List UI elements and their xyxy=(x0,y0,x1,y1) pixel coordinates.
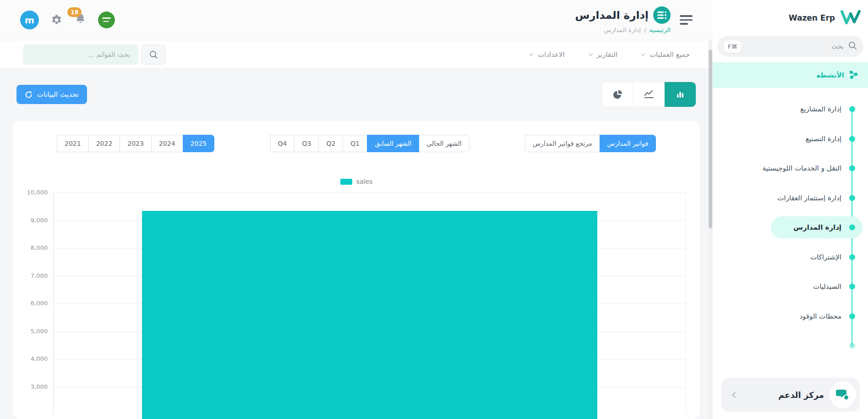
sidebar-nav-item-label: إدارة إستثمار العقارات xyxy=(777,194,841,202)
period-tab[interactable]: Q3 xyxy=(294,135,319,152)
sidebar-nav-item[interactable]: إدارة إستثمار العقارات xyxy=(713,183,868,213)
breadcrumb-current: إدارة المدارس xyxy=(604,26,641,33)
breadcrumb-separator: / xyxy=(644,26,646,33)
menu-dropdown[interactable]: الاعدادات xyxy=(530,50,565,59)
chevron-down-icon xyxy=(529,51,534,56)
sidebar-nav-item[interactable]: الإشتراكات xyxy=(713,243,868,272)
year-tab[interactable]: 2021 xyxy=(57,135,89,152)
menu-dropdown-label: التقارير xyxy=(597,50,617,59)
brand-name: Wazen Erp xyxy=(789,13,835,22)
period-tab[interactable]: الشهر الحالي xyxy=(419,135,469,152)
chart-plot-area xyxy=(53,193,686,414)
sidebar-nav-item[interactable] xyxy=(713,331,868,361)
pie-chart-toggle-button[interactable] xyxy=(602,82,633,107)
chart-legend: sales xyxy=(13,178,700,185)
brand-row: Wazen Erp xyxy=(713,0,868,36)
y-axis-tick: 6,000 xyxy=(27,303,53,331)
timeline-dot-icon xyxy=(849,313,855,319)
sidebar: Wazen Erp F⌘ الأنشطه xyxy=(713,0,868,419)
invoice-type-tab[interactable]: فواتير المدارس xyxy=(600,135,656,152)
wazen-logo-icon xyxy=(841,9,861,27)
menu-dropdown[interactable]: جميع العمليات xyxy=(642,50,690,59)
title-block: إدارة المدارس الرئيسية / إدارة المدارس xyxy=(575,6,671,33)
notifications-button[interactable]: 18 xyxy=(74,13,87,27)
sidebar-search[interactable]: F⌘ xyxy=(717,36,863,57)
sidebar-nav-item[interactable]: إدارة التصنيع xyxy=(713,124,868,154)
menu-dropdown-label: جميع العمليات xyxy=(650,50,690,59)
sidebar-search-input[interactable] xyxy=(745,43,844,50)
year-tab[interactable]: 2024 xyxy=(151,135,183,152)
timeline-dot-icon xyxy=(849,106,855,112)
refresh-icon xyxy=(25,91,33,99)
settings-icon[interactable] xyxy=(50,14,63,26)
menu-dropdown-label: الاعدادات xyxy=(538,50,565,59)
sidebar-nav-item-label: الإشتراكات xyxy=(810,253,841,261)
sidebar-nav-item-label: الصيدليات xyxy=(813,282,841,291)
app-root: Wazen Erp F⌘ الأنشطه xyxy=(0,0,868,419)
notification-count-badge: 18 xyxy=(67,7,82,17)
legend-swatch xyxy=(340,179,352,185)
menu-icon[interactable] xyxy=(680,15,693,25)
page-title: إدارة المدارس xyxy=(575,9,649,21)
language-flag-icon[interactable] xyxy=(98,11,115,28)
invoice-type-tab[interactable]: مرتجع فواتير المدارس xyxy=(525,135,600,152)
chevron-down-icon xyxy=(588,51,593,56)
bar-chart: 10,0009,0008,0007,0006,0005,0004,0003,00… xyxy=(27,193,686,414)
sidebar-nav-item-label: إدارة المدارس xyxy=(793,223,841,232)
year-tab[interactable]: 2023 xyxy=(120,135,152,152)
legend-label: sales xyxy=(356,178,373,185)
sidebar-nav-item[interactable]: الصيدليات xyxy=(713,272,868,302)
sidebar-nav-item[interactable]: إدارة المشاريع xyxy=(713,94,868,124)
chat-icon xyxy=(830,381,856,408)
activities-icon xyxy=(849,70,858,81)
menu-dropdown[interactable]: التقارير xyxy=(590,50,617,59)
search-icon xyxy=(848,41,857,52)
period-tab[interactable]: الشهر السابق xyxy=(367,135,419,152)
timeline-dot-icon xyxy=(849,195,855,201)
year-tab[interactable]: 2025 xyxy=(183,135,215,152)
filter-row: فواتير المدارسمرتجع فواتير المدارس الشهر… xyxy=(13,135,700,152)
support-center-card[interactable]: مركز الدعم xyxy=(721,378,860,412)
y-axis-tick: 3,000 xyxy=(27,387,53,415)
period-tab[interactable]: Q1 xyxy=(343,135,367,152)
breadcrumb-home-link[interactable]: الرئيسية xyxy=(650,26,671,33)
content-area: تحديث البيانات فواتير المدارسمرتجع فواتي… xyxy=(0,69,713,419)
sidebar-nav-list: إدارة المشاريع إدارة التصنيع النقل و الخ… xyxy=(713,88,868,378)
timeline-dot-icon xyxy=(849,136,855,142)
scrollbar-thumb[interactable] xyxy=(709,50,712,228)
chart-bar-sales[interactable] xyxy=(142,211,597,419)
refresh-data-label: تحديث البيانات xyxy=(37,90,79,99)
timeline-dot-icon xyxy=(849,343,855,349)
sidebar-nav-item[interactable]: إدارة المدارس xyxy=(713,213,868,243)
chevron-down-icon xyxy=(641,51,645,56)
sidebar-nav-item[interactable]: محطات الوقود xyxy=(713,302,868,331)
sidebar-nav-item-label: إدارة المشاريع xyxy=(800,105,841,113)
avatar[interactable]: m xyxy=(20,11,39,29)
year-tabs: 20252024202320222021 xyxy=(57,135,214,152)
y-axis-tick: 4,000 xyxy=(27,359,53,387)
y-axis-tick: 10,000 xyxy=(27,193,53,221)
module-list-icon xyxy=(653,6,671,24)
search-button[interactable] xyxy=(141,44,166,65)
period-tabs: الشهر الحاليالشهر السابقQ1Q2Q3Q4 xyxy=(270,135,469,152)
timeline-dot-icon xyxy=(849,284,855,290)
header: إدارة المدارس الرئيسية / إدارة المدارس xyxy=(0,0,713,40)
activities-label: الأنشطه xyxy=(816,71,844,79)
period-tab[interactable]: Q2 xyxy=(318,135,343,152)
line-chart-toggle-button[interactable] xyxy=(633,82,665,107)
year-tab[interactable]: 2022 xyxy=(88,135,120,152)
y-axis-tick: 9,000 xyxy=(27,221,53,248)
sidebar-section-activities[interactable]: الأنشطه xyxy=(713,62,868,88)
sidebar-nav-item[interactable]: النقل و الخدمات اللوجيستية xyxy=(713,154,868,183)
keyboard-shortcut-badge: F⌘ xyxy=(724,40,741,53)
menubar: جميع العمليات التقارير الاعدادات xyxy=(0,40,713,69)
title-group: إدارة المدارس الرئيسية / إدارة المدارس xyxy=(575,6,693,33)
y-axis-tick: 8,000 xyxy=(27,248,53,276)
period-tab[interactable]: Q4 xyxy=(270,135,295,152)
support-center-label: مركز الدعم xyxy=(742,390,824,400)
bar-chart-toggle-button[interactable] xyxy=(665,82,696,107)
sidebar-nav-item-label: إدارة التصنيع xyxy=(806,135,841,143)
list-search-input[interactable] xyxy=(23,44,138,65)
refresh-data-button[interactable]: تحديث البيانات xyxy=(16,85,87,104)
chart-card: فواتير المدارسمرتجع فواتير المدارس الشهر… xyxy=(13,121,700,419)
